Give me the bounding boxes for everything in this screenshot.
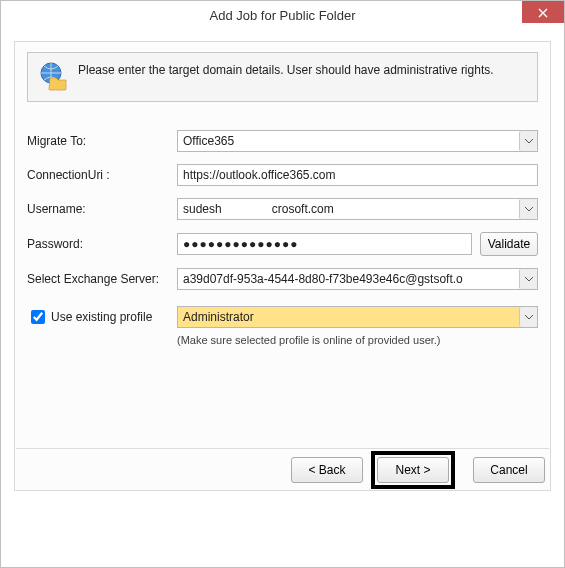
dialog-window: Add Job for Public Folder Please enter t… [0, 0, 565, 568]
migrate-to-label: Migrate To: [27, 134, 177, 148]
migrate-to-input[interactable] [177, 130, 538, 152]
inner-panel: Please enter the target domain details. … [14, 41, 551, 491]
back-button[interactable]: < Back [291, 457, 363, 483]
server-combo[interactable] [177, 268, 538, 290]
next-button[interactable]: Next > [377, 457, 449, 483]
profile-input[interactable] [177, 306, 538, 328]
username-combo[interactable] [177, 198, 538, 220]
separator [16, 448, 549, 449]
use-existing-profile-label: Use existing profile [51, 310, 152, 324]
validate-button[interactable]: Validate [480, 232, 538, 256]
close-icon [538, 8, 548, 18]
chevron-down-icon[interactable] [519, 199, 537, 219]
button-bar: < Back Next > Cancel [283, 451, 545, 489]
cancel-button[interactable]: Cancel [473, 457, 545, 483]
password-label: Password: [27, 237, 177, 251]
use-existing-profile-checkbox[interactable] [31, 310, 45, 324]
globe-folder-icon [38, 61, 70, 93]
form: Migrate To: ConnectionUri : U [27, 130, 538, 346]
content-area: Please enter the target domain details. … [2, 31, 563, 501]
chevron-down-icon[interactable] [519, 307, 537, 327]
next-highlight-frame: Next > [371, 451, 455, 489]
window-title: Add Job for Public Folder [210, 8, 356, 23]
close-button[interactable] [522, 1, 564, 23]
info-text: Please enter the target domain details. … [78, 61, 494, 79]
server-label: Select Exchange Server: [27, 272, 177, 286]
username-input[interactable] [177, 198, 538, 220]
migrate-to-combo[interactable] [177, 130, 538, 152]
profile-hint: (Make sure selected profile is online of… [177, 334, 538, 346]
connection-uri-input[interactable] [177, 164, 538, 186]
connection-uri-label: ConnectionUri : [27, 168, 177, 182]
info-box: Please enter the target domain details. … [27, 52, 538, 102]
username-label: Username: [27, 202, 177, 216]
server-input[interactable] [177, 268, 538, 290]
chevron-down-icon[interactable] [519, 131, 537, 151]
profile-combo[interactable] [177, 306, 538, 328]
titlebar: Add Job for Public Folder [1, 1, 564, 31]
password-input[interactable] [177, 233, 472, 255]
chevron-down-icon[interactable] [519, 269, 537, 289]
